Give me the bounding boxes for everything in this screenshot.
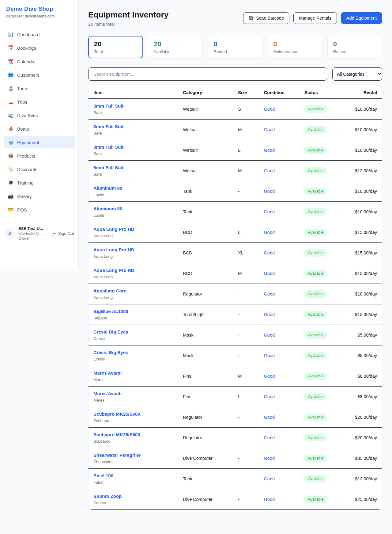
- item-name-link[interactable]: 3mm Full Suit: [93, 124, 173, 130]
- status-badge: Available: [304, 249, 327, 257]
- condition-link[interactable]: Good: [264, 271, 275, 276]
- sidebar-item-tours[interactable]: 🏝️ Tours: [4, 82, 75, 94]
- item-name-link[interactable]: 3mm Full Suit: [93, 103, 173, 109]
- sidebar-item-discounts[interactable]: 🏷️ Discounts: [4, 163, 75, 175]
- brand-block: Demo Dive Shop demo.test.divestreams.com: [0, 0, 78, 23]
- item-name-link[interactable]: Scubapro MK25/S600: [93, 411, 173, 417]
- scan-barcode-button[interactable]: Scan Barcode: [243, 12, 289, 24]
- search-input[interactable]: [88, 67, 327, 81]
- table-row: Aluminum 80 Luxfer Tank - Good Available…: [89, 181, 382, 202]
- condition-link[interactable]: Good: [264, 127, 275, 132]
- item-brand: Mares: [93, 377, 173, 382]
- sidebar-item-bookings[interactable]: 📅 Bookings: [4, 42, 75, 54]
- sidebar-item-equipment[interactable]: 🤿 Equipment: [4, 136, 75, 148]
- condition-link[interactable]: Good: [264, 107, 275, 112]
- item-size: -: [233, 407, 259, 428]
- item-name-link[interactable]: Mares Avanti: [93, 391, 173, 397]
- item-category: Wetsuit: [178, 99, 233, 120]
- main-content: Equipment Inventory 20 items total Scan …: [79, 0, 392, 520]
- condition-link[interactable]: Good: [264, 333, 275, 338]
- condition-link[interactable]: Good: [264, 148, 275, 153]
- condition-link[interactable]: Good: [264, 497, 275, 502]
- condition-link[interactable]: Good: [264, 250, 275, 255]
- add-equipment-button[interactable]: Add Equipment: [341, 12, 382, 24]
- table-row: Scubapro MK25/S600 Scubapro Regulator - …: [89, 428, 382, 448]
- sidebar-item-dive-sites[interactable]: 🌊 Dive Sites: [4, 109, 75, 121]
- category-select[interactable]: All Categories: [332, 67, 382, 81]
- table-row: Shearwater Peregrine Shearwater Dive Com…: [89, 448, 382, 469]
- item-category: Regulator: [178, 284, 233, 304]
- sign-out-button[interactable]: Sign Out: [51, 231, 74, 236]
- stat-card[interactable]: 0 Rented: [208, 36, 262, 58]
- stat-card[interactable]: 0 Maintenance: [268, 36, 322, 58]
- stat-value: 0: [273, 40, 317, 48]
- condition-link[interactable]: Good: [264, 168, 275, 173]
- status-badge: Available: [304, 455, 327, 462]
- item-name-link[interactable]: Shearwater Peregrine: [93, 452, 173, 458]
- column-header-status: Status: [300, 86, 348, 99]
- sidebar-item-customers[interactable]: 👥 Customers: [4, 69, 75, 81]
- item-brand: Scubapro: [93, 439, 173, 444]
- item-category: Wetsuit: [178, 120, 233, 140]
- sidebar-item-dashboard[interactable]: 📊 Dashboard: [4, 28, 75, 40]
- column-header-rental: Rental: [348, 86, 382, 99]
- sidebar-item-training[interactable]: 🎓 Training: [4, 177, 75, 189]
- condition-link[interactable]: Good: [264, 189, 275, 194]
- condition-link[interactable]: Good: [264, 292, 275, 296]
- stat-label: Retired: [333, 49, 376, 54]
- stat-label: Available: [154, 49, 197, 54]
- column-header-size: Size: [233, 86, 259, 99]
- table-row: Aqua Lung Pro HD Aqua Lung BCD L Good Av…: [89, 222, 382, 243]
- stat-value: 20: [154, 40, 197, 48]
- sidebar-item-label: Customers: [17, 72, 40, 78]
- condition-link[interactable]: Good: [264, 456, 275, 461]
- table-row: Aqua Lung Pro HD Aqua Lung BCD XL Good A…: [89, 243, 382, 263]
- sidebar-item-pos[interactable]: 💳 POS: [4, 204, 75, 216]
- condition-link[interactable]: Good: [264, 209, 275, 214]
- item-name-link[interactable]: Aluminum 80: [93, 206, 173, 212]
- rental-price: $10.00/day: [355, 189, 377, 194]
- item-size: -: [233, 202, 259, 222]
- condition-link[interactable]: Good: [264, 312, 275, 317]
- sidebar-item-label: POS: [17, 207, 27, 212]
- condition-link[interactable]: Good: [264, 394, 275, 399]
- stat-card[interactable]: 20 Total: [88, 36, 143, 58]
- item-name-link[interactable]: Aqualung Core: [93, 288, 173, 294]
- item-name-link[interactable]: Cressi Big Eyes: [93, 329, 173, 335]
- stat-card[interactable]: 0 Retired: [327, 36, 382, 58]
- sidebar-item-label: Equipment: [17, 140, 39, 145]
- manage-rentals-button[interactable]: Manage Rentals: [293, 12, 337, 24]
- sidebar-item-boats[interactable]: ⛵ Boats: [4, 123, 75, 135]
- item-name-link[interactable]: 5mm Full Suit: [93, 165, 173, 171]
- item-name-link[interactable]: Steel 100: [93, 473, 173, 479]
- rental-price: $10.00/day: [355, 209, 377, 214]
- item-name-link[interactable]: BigBlue AL1200: [93, 308, 173, 315]
- condition-link[interactable]: Good: [264, 374, 275, 379]
- sidebar-item-trips[interactable]: 🚤 Trips: [4, 96, 75, 108]
- sidebar-item-calendar[interactable]: 📆 Calendar: [4, 55, 75, 67]
- rental-price: $15.00/day: [355, 250, 377, 255]
- item-name-link[interactable]: Cressi Big Eyes: [93, 349, 173, 356]
- condition-link[interactable]: Good: [264, 353, 275, 358]
- condition-link[interactable]: Good: [264, 476, 275, 481]
- item-name-link[interactable]: 3mm Full Suit: [93, 144, 173, 150]
- item-name-link[interactable]: Aluminum 80: [93, 185, 173, 191]
- item-name-link[interactable]: Aqua Lung Pro HD: [93, 226, 173, 232]
- item-size: -: [233, 304, 259, 325]
- condition-link[interactable]: Good: [264, 415, 275, 420]
- status-badge: Available: [304, 496, 327, 503]
- item-category: Dive Computer: [178, 489, 233, 510]
- item-name-link[interactable]: Aqua Lung Pro HD: [93, 267, 173, 273]
- item-name-link[interactable]: Suunto Zoop: [93, 493, 173, 499]
- condition-link[interactable]: Good: [264, 230, 275, 235]
- equipment-icon: 🤿: [8, 139, 13, 145]
- item-name-link[interactable]: Mares Avanti: [93, 370, 173, 376]
- condition-link[interactable]: Good: [264, 435, 275, 440]
- rental-price: $12.00/day: [355, 168, 377, 173]
- item-size: -: [233, 345, 259, 366]
- sidebar-item-gallery[interactable]: 📸 Gallery: [4, 190, 75, 202]
- item-name-link[interactable]: Scubapro MK25/S600: [93, 432, 173, 438]
- stat-card[interactable]: 20 Available: [148, 36, 203, 58]
- item-name-link[interactable]: Aqua Lung Pro HD: [93, 247, 173, 253]
- sidebar-item-products[interactable]: 📦 Products: [4, 150, 75, 162]
